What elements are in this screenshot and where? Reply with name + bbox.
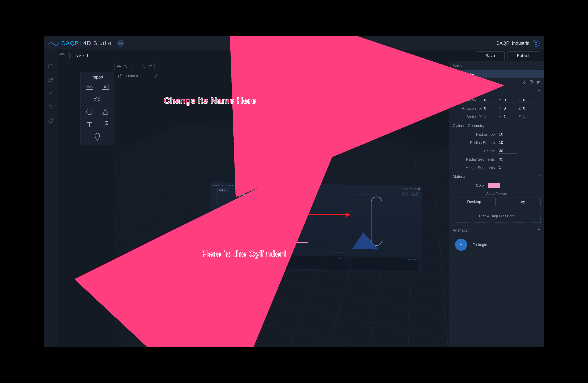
unlock-icon[interactable] bbox=[155, 74, 158, 78]
scene-header[interactable]: Scene ⌄ bbox=[449, 61, 544, 70]
geometry-section: Cylinder Geometry ⌄ Radius Top Radius Bo… bbox=[449, 121, 544, 172]
texture-desktop-button[interactable]: Desktop bbox=[453, 198, 496, 206]
radius-top-input[interactable] bbox=[498, 132, 517, 137]
material-section: Material ⌄ Color Add a Texture Desktop L… bbox=[449, 172, 544, 226]
svg-rect-17 bbox=[155, 76, 158, 78]
annotation-arrow-icon bbox=[273, 84, 444, 114]
scene-section: Scene ⌄ Cylinder bbox=[449, 61, 544, 87]
rotation-x-input[interactable] bbox=[483, 106, 495, 111]
chevron-up-icon: ⌄ bbox=[537, 64, 541, 68]
animation-hint: To begin: bbox=[473, 243, 488, 247]
undo-icon[interactable] bbox=[142, 64, 146, 69]
rotate-tool-icon[interactable] bbox=[123, 64, 127, 69]
view-split-button[interactable] bbox=[278, 51, 290, 60]
svg-point-22 bbox=[86, 109, 92, 115]
import-image-icon[interactable] bbox=[84, 82, 95, 91]
material-title: Material bbox=[453, 174, 466, 179]
animation-header[interactable]: Animation ⌄ bbox=[449, 226, 544, 235]
move-tool-icon[interactable] bbox=[117, 64, 121, 69]
left-rail: ? bbox=[44, 50, 58, 347]
svg-rect-30 bbox=[538, 81, 540, 84]
add-texture-link[interactable]: Add a Texture bbox=[449, 190, 544, 198]
scale-z-input[interactable] bbox=[522, 114, 534, 119]
breadcrumb: Task 1 bbox=[58, 50, 92, 61]
chevron-down-icon: ⌄ bbox=[141, 74, 144, 78]
view-preview-button[interactable] bbox=[290, 51, 302, 60]
scale-y-input[interactable] bbox=[503, 114, 515, 119]
gizmo-x-axis[interactable] bbox=[305, 214, 346, 215]
rotation-label: Rotation bbox=[453, 106, 479, 111]
account-menu[interactable]: DAQRI Industrial bbox=[496, 40, 540, 47]
radius-bottom-input[interactable] bbox=[498, 140, 517, 145]
transform-header[interactable]: Transform ⌄ bbox=[449, 87, 544, 96]
save-button[interactable]: Save bbox=[476, 52, 505, 60]
redo-icon[interactable] bbox=[148, 64, 152, 69]
account-name: DAQRI Industrial bbox=[496, 40, 530, 46]
trash-icon[interactable] bbox=[537, 80, 541, 85]
import-title: Import bbox=[83, 75, 112, 80]
svg-rect-8 bbox=[59, 54, 65, 58]
view-toggle bbox=[266, 51, 302, 60]
scene-item-cylinder[interactable]: Cylinder bbox=[449, 70, 544, 78]
scale-tool-icon[interactable] bbox=[130, 64, 134, 69]
task-name[interactable]: Task 1 bbox=[71, 53, 92, 59]
history-tools bbox=[139, 63, 155, 70]
position-x-input[interactable] bbox=[483, 97, 495, 103]
analytics-icon[interactable] bbox=[48, 91, 54, 96]
suitcase-icon[interactable] bbox=[58, 52, 66, 59]
svg-marker-27 bbox=[524, 81, 526, 84]
projects-icon[interactable] bbox=[48, 63, 54, 69]
transform-title: Transform bbox=[453, 89, 470, 94]
gizmo-y-axis[interactable] bbox=[281, 165, 282, 190]
svg-rect-9 bbox=[270, 54, 273, 57]
people-icon[interactable] bbox=[48, 77, 54, 83]
material-header[interactable]: Material ⌄ bbox=[449, 172, 544, 181]
geometry-header[interactable]: Cylinder Geometry ⌄ bbox=[449, 121, 544, 130]
svg-point-4 bbox=[49, 105, 52, 108]
import-cone-icon[interactable] bbox=[100, 107, 111, 116]
texture-dropzone[interactable]: Drag & Drop Files Here bbox=[453, 210, 541, 223]
help-icon[interactable]: ? bbox=[48, 118, 54, 124]
logo-swoosh-icon bbox=[48, 40, 59, 46]
view-3d-button[interactable] bbox=[266, 51, 278, 60]
import-circle-icon[interactable] bbox=[84, 107, 95, 116]
import-video-icon[interactable] bbox=[100, 82, 111, 91]
height-segments-input[interactable] bbox=[498, 165, 517, 170]
add-animation-button[interactable]: + bbox=[455, 239, 467, 251]
radial-segments-input[interactable] bbox=[498, 157, 517, 162]
import-text-icon[interactable] bbox=[84, 120, 95, 129]
eye-icon[interactable] bbox=[454, 73, 458, 76]
svg-rect-1 bbox=[49, 65, 53, 68]
position-y-input[interactable] bbox=[503, 97, 515, 103]
copy-icon[interactable] bbox=[530, 80, 533, 85]
texture-library-button[interactable]: Library bbox=[498, 198, 541, 206]
color-swatch[interactable] bbox=[488, 183, 500, 188]
svg-line-5 bbox=[52, 108, 53, 109]
position-z-input[interactable] bbox=[522, 97, 534, 103]
camera-dropdown[interactable]: Default bbox=[126, 74, 138, 78]
chevron-up-icon: ⌄ bbox=[537, 89, 541, 94]
publish-button[interactable]: Publish bbox=[507, 52, 540, 60]
transform-tools bbox=[114, 63, 136, 70]
chevron-up-icon: ⌄ bbox=[537, 228, 541, 232]
scale-x-input[interactable] bbox=[483, 114, 495, 119]
import-audio-icon[interactable] bbox=[92, 95, 103, 104]
svg-point-26 bbox=[455, 74, 456, 75]
search-icon[interactable] bbox=[48, 104, 54, 110]
scene-title: Scene bbox=[453, 64, 463, 68]
import-arrow-icon[interactable] bbox=[100, 120, 111, 129]
scene-actions bbox=[449, 78, 544, 87]
svg-rect-16 bbox=[120, 74, 122, 75]
notification-badge[interactable]: 77 bbox=[117, 40, 124, 47]
svg-point-2 bbox=[49, 78, 50, 80]
camera-controls: Default ⌄ bbox=[118, 74, 158, 78]
rotation-y-input[interactable] bbox=[503, 106, 515, 111]
scale-label: Scale bbox=[453, 115, 479, 119]
bolt-icon[interactable] bbox=[523, 80, 526, 85]
user-icon bbox=[533, 40, 540, 47]
camera-icon[interactable] bbox=[118, 74, 124, 78]
svg-rect-20 bbox=[102, 84, 109, 90]
import-pin-icon[interactable] bbox=[92, 132, 103, 141]
rotation-z-input[interactable] bbox=[522, 106, 534, 111]
height-input[interactable] bbox=[498, 148, 517, 154]
